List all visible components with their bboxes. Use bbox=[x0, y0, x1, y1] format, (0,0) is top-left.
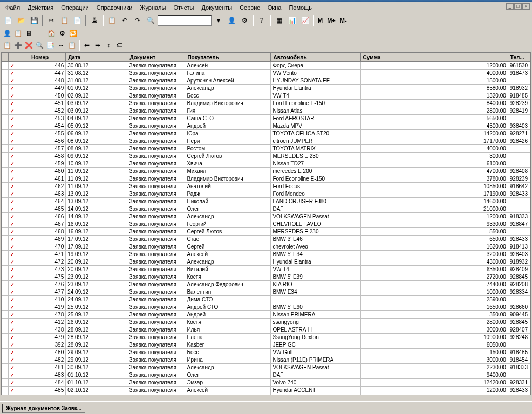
table-row[interactable]: ✓44630.08.12Заявка покупателяАлексейФорд… bbox=[2, 62, 530, 70]
table-row[interactable]: ✓47017.09.12Заявка покупателяСергейchevr… bbox=[2, 243, 530, 251]
dropdown-icon[interactable]: ▾ bbox=[213, 15, 224, 26]
col-car[interactable]: Автомобиль bbox=[271, 53, 360, 62]
col-marker1[interactable] bbox=[2, 53, 9, 62]
col-sum[interactable]: Сумма bbox=[360, 53, 508, 62]
t3-1-icon[interactable]: 📋 bbox=[2, 40, 12, 50]
table-row[interactable]: ✓46917.09.12Заявка покупателяСтасBMW 3' … bbox=[2, 236, 530, 243]
open-icon[interactable]: 📂 bbox=[15, 15, 27, 26]
t3-2-icon[interactable]: ➕ bbox=[13, 40, 23, 50]
user-icon[interactable]: 👤 bbox=[226, 15, 237, 26]
t3-9-icon[interactable]: ➡ bbox=[93, 40, 103, 50]
table-row[interactable]: ✓48603.10.12Заявка покупателяАндрей СТОB… bbox=[2, 394, 530, 396]
t3-7-icon[interactable]: 📋 bbox=[67, 40, 77, 50]
table-row[interactable]: ✓39228.09.12Заявка покупателяKasberJEEP … bbox=[2, 341, 530, 349]
document-grid[interactable]: Номер Дата Документ Покупатель Автомобил… bbox=[1, 52, 531, 395]
menu-journals[interactable]: Журналы bbox=[137, 3, 169, 12]
table-row[interactable]: ✓44901.09.12Заявка покупателяАлександрHy… bbox=[2, 85, 530, 92]
col-number[interactable]: Номер bbox=[29, 53, 65, 62]
table-row[interactable]: ✓43828.09.12Заявка покупателяИльяOPEL AS… bbox=[2, 326, 530, 334]
col-buyer[interactable]: Покупатель bbox=[185, 53, 271, 62]
t3-5-icon[interactable]: 📑 bbox=[45, 40, 55, 50]
table-row[interactable]: ✓47724.09.12Заявка покупателяВалентинBMW… bbox=[2, 288, 530, 296]
table-row[interactable]: ✓46111.09.12Заявка покупателяВладимир Ви… bbox=[2, 175, 530, 183]
table-row[interactable]: ✓47119.09.12Заявка покупателяАлексейBMW … bbox=[2, 251, 530, 258]
menu-documents[interactable]: Документы bbox=[198, 3, 235, 12]
help-icon[interactable]: ? bbox=[256, 15, 268, 26]
maximize-button[interactable]: □ bbox=[514, 3, 522, 10]
menu-help[interactable]: Помощь bbox=[285, 3, 315, 12]
save-icon[interactable]: 💾 bbox=[28, 15, 40, 26]
memory-m[interactable]: M bbox=[316, 17, 324, 24]
copy-icon[interactable]: 📋 bbox=[58, 15, 70, 26]
table-row[interactable]: ✓48130.09.12Заявка покупателяАлександрVO… bbox=[2, 364, 530, 371]
col-document[interactable]: Документ bbox=[127, 53, 185, 62]
table-row[interactable]: ✓47320.09.12Заявка покупателяВиталийVW T… bbox=[2, 266, 530, 273]
table-icon[interactable]: ▦ bbox=[273, 15, 285, 26]
nav4-icon[interactable]: 🏠 bbox=[46, 29, 56, 38]
table-row[interactable]: ✓46011.09.12Заявка покупателяМихаилmerce… bbox=[2, 168, 530, 175]
redo-icon[interactable]: ↷ bbox=[132, 15, 144, 26]
memory-mp[interactable]: M+ bbox=[325, 17, 337, 24]
table-row[interactable]: ✓45608.09.12Заявка покупателяПериcitroen… bbox=[2, 137, 530, 145]
table-row[interactable]: ✓46514.09.12Заявка покупателяОлегDAF2100… bbox=[2, 205, 530, 213]
doc-icon[interactable]: 📋 bbox=[106, 15, 118, 26]
close-button[interactable]: × bbox=[522, 3, 530, 10]
filter-icon[interactable]: ⚙ bbox=[238, 15, 250, 26]
menu-windows[interactable]: Окна bbox=[264, 3, 285, 12]
nav1-icon[interactable]: 👤 bbox=[2, 29, 12, 38]
chart-icon[interactable]: 📊 bbox=[286, 15, 298, 26]
table-row[interactable]: ✓45708.09.12Заявка покупателяРостомTOYOT… bbox=[2, 145, 530, 153]
col-marker3[interactable] bbox=[17, 53, 29, 62]
table-row[interactable]: ✓46413.09.12Заявка покупателяНиколайLAND… bbox=[2, 198, 530, 205]
table-row[interactable]: ✓45506.09.12Заявка покупателяЮраTOYOTA C… bbox=[2, 130, 530, 137]
table-row[interactable]: ✓48229.09.12Заявка покупателяИринаNissan… bbox=[2, 356, 530, 364]
menu-ref[interactable]: Справочники bbox=[93, 3, 136, 12]
table-row[interactable]: ✓46816.09.12Заявка покупателяСергей Люто… bbox=[2, 228, 530, 236]
nav3-icon[interactable]: 🖥 bbox=[24, 29, 33, 38]
menu-operations[interactable]: Операции bbox=[58, 3, 92, 12]
table-row[interactable]: ✓47220.09.12Заявка покупателяАлександрHy… bbox=[2, 258, 530, 266]
t3-3-icon[interactable]: ❌ bbox=[24, 40, 33, 50]
report-icon[interactable]: 📈 bbox=[299, 15, 311, 26]
table-row[interactable]: ✓44731.08.12Заявка покупателяГалинаVW Ve… bbox=[2, 70, 530, 77]
t3-11-icon[interactable]: 🏷 bbox=[114, 40, 124, 50]
nav2-icon[interactable]: 📋 bbox=[13, 29, 23, 38]
table-row[interactable]: ✓45002.09.12Заявка покупателяБоссVW T413… bbox=[2, 92, 530, 100]
table-row[interactable]: ✓48401.10.12Заявка покупателяЭмзарVolvo … bbox=[2, 379, 530, 387]
col-date[interactable]: Дата bbox=[66, 53, 127, 62]
menu-actions[interactable]: Действия bbox=[24, 3, 57, 12]
minimize-button[interactable]: _ bbox=[506, 3, 514, 10]
table-row[interactable]: ✓44831.08.12Заявка покупателяАрутюнян Ал… bbox=[2, 77, 530, 85]
menu-service[interactable]: Сервис bbox=[236, 3, 263, 12]
table-row[interactable]: ✓41226.09.12Заявка покупателяКостяssangy… bbox=[2, 319, 530, 326]
table-row[interactable]: ✓47825.09.12Заявка покупателяАндрейNissa… bbox=[2, 311, 530, 319]
taskbar-button[interactable]: Журнал документов Заявк... bbox=[2, 404, 85, 413]
print-icon[interactable]: 🖶 bbox=[88, 15, 100, 26]
table-row[interactable]: ✓45910.09.12Заявка покупателяХвичаNissan… bbox=[2, 160, 530, 168]
table-row[interactable]: ✓46614.09.12Заявка покупателяАлександрVO… bbox=[2, 213, 530, 220]
table-row[interactable]: ✓48502.10.12Заявка покупателяАлексейHyun… bbox=[2, 387, 530, 394]
cut-icon[interactable]: ✂ bbox=[45, 15, 57, 26]
t3-10-icon[interactable]: ↕ bbox=[104, 40, 113, 50]
menu-file[interactable]: Файл bbox=[2, 3, 23, 12]
table-row[interactable]: ✓45103.09.12Заявка покупателяВладимир Ви… bbox=[2, 100, 530, 107]
t3-4-icon[interactable]: 🔍 bbox=[35, 40, 44, 50]
table-row[interactable]: ✓45405.09.12Заявка покупателяАндрейMazda… bbox=[2, 122, 530, 130]
new-icon[interactable]: 📄 bbox=[2, 15, 14, 26]
table-row[interactable]: ✓47928.09.12Заявка покупателяЕленаSsangY… bbox=[2, 334, 530, 341]
table-row[interactable]: ✓46211.09.12Заявка покупателяАнатолийFor… bbox=[2, 183, 530, 190]
binoculars-icon[interactable]: 🔍 bbox=[145, 15, 156, 26]
col-marker2[interactable] bbox=[9, 53, 17, 62]
col-phone[interactable]: Тел... bbox=[508, 53, 530, 62]
table-row[interactable]: ✓46716.09.12Заявка покупателяГеоргийCHEV… bbox=[2, 220, 530, 228]
table-row[interactable]: ✓45203.09.12Заявка покупателяГияNissan A… bbox=[2, 107, 530, 115]
menu-reports[interactable]: Отчеты bbox=[170, 3, 197, 12]
table-row[interactable]: ✓45304.09.12Заявка покупателяСаша СТОFor… bbox=[2, 115, 530, 122]
t3-6-icon[interactable]: ↔ bbox=[56, 40, 66, 50]
paste-icon[interactable]: 📄 bbox=[71, 15, 83, 26]
table-row[interactable]: ✓41925.09.12Заявка покупателяАндрей СТОB… bbox=[2, 303, 530, 311]
nav6-icon[interactable]: 🔁 bbox=[68, 29, 78, 38]
table-row[interactable]: ✓47623.09.12Заявка покупателяАлександр Ф… bbox=[2, 281, 530, 288]
search-combo[interactable] bbox=[158, 15, 212, 26]
table-row[interactable]: ✓48029.09.12Заявка покупателяБоссVW Golf… bbox=[2, 349, 530, 356]
